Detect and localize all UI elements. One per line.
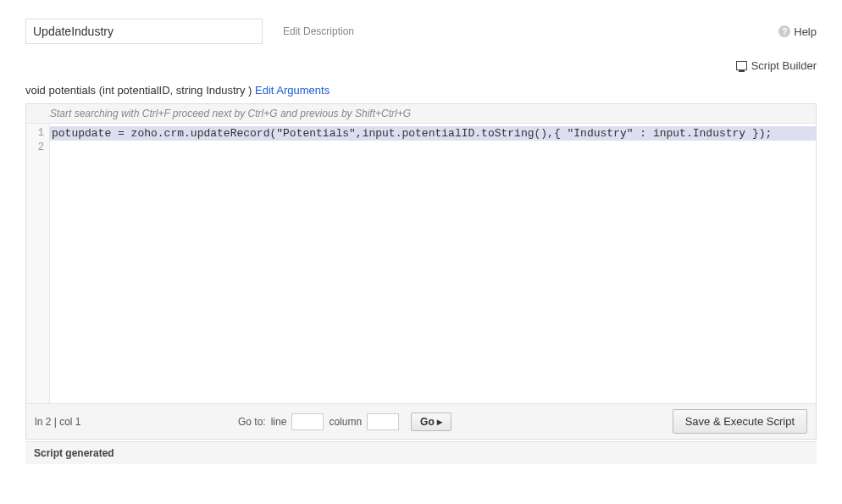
header-row: Edit Description ? Help	[25, 19, 817, 44]
signature-text: void potentials (int potentialID, string…	[25, 84, 252, 97]
help-label: Help	[794, 25, 817, 38]
script-builder-row: Script Builder	[25, 59, 817, 72]
save-execute-button[interactable]: Save & Execute Script	[673, 409, 807, 434]
code-editor: Start searching with Ctrl+F proceed next…	[25, 103, 817, 440]
line-gutter: 1 2	[26, 124, 50, 403]
goto-line-input[interactable]	[291, 413, 324, 430]
function-name-input[interactable]	[25, 19, 263, 44]
code-line[interactable]	[50, 141, 816, 155]
script-builder-link[interactable]: Script Builder	[736, 59, 817, 72]
code-area[interactable]: 1 2 potupdate = zoho.crm.updateRecord("P…	[26, 124, 816, 403]
search-hint: Start searching with Ctrl+F proceed next…	[26, 104, 816, 124]
cursor-position: ln 2 | col 1	[35, 416, 238, 428]
line-number: 1	[26, 126, 49, 141]
help-icon: ?	[778, 25, 790, 37]
goto-label: Go to:	[238, 416, 266, 428]
goto-section: Go to: line column Go ▸	[238, 413, 451, 431]
help-link[interactable]: ? Help	[778, 25, 817, 38]
script-generated-panel[interactable]: Script generated	[25, 441, 817, 464]
code-line[interactable]: potupdate = zoho.crm.updateRecord("Poten…	[50, 126, 816, 141]
goto-column-input[interactable]	[367, 413, 399, 430]
edit-description-link[interactable]: Edit Description	[283, 25, 354, 37]
script-builder-icon	[736, 61, 747, 70]
function-signature: void potentials (int potentialID, string…	[25, 84, 817, 97]
status-bar: ln 2 | col 1 Go to: line column Go ▸ Sav…	[26, 403, 816, 439]
go-button[interactable]: Go ▸	[411, 413, 451, 431]
edit-arguments-link[interactable]: Edit Arguments	[255, 84, 330, 97]
script-builder-label: Script Builder	[751, 59, 817, 72]
code-lines[interactable]: potupdate = zoho.crm.updateRecord("Poten…	[50, 124, 816, 403]
goto-column-label: column	[329, 416, 362, 428]
goto-line-label: line	[271, 416, 287, 428]
line-number: 2	[26, 141, 49, 155]
